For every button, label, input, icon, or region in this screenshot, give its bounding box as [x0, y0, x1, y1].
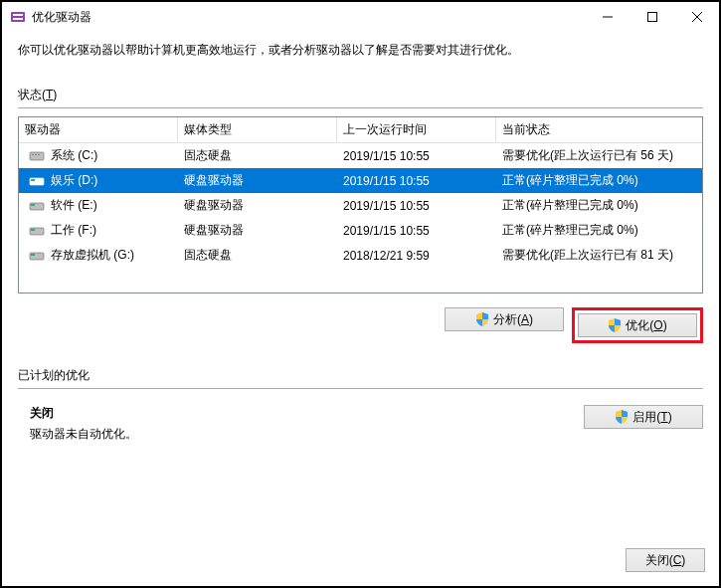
svg-rect-9 [35, 154, 37, 155]
drive-lastrun: 2019/1/15 10:55 [337, 197, 496, 215]
drive-icon [29, 174, 45, 188]
table-header: 驱动器 媒体类型 上一次运行时间 当前状态 [19, 117, 702, 143]
scheduled-label: 已计划的优化 [18, 367, 703, 384]
analyze-button[interactable]: 分析(A) [445, 307, 564, 331]
table-row[interactable]: 工作 (F:)硬盘驱动器2019/1/15 10:55正常(碎片整理已完成 0%… [19, 218, 702, 243]
svg-rect-2 [13, 18, 23, 20]
svg-rect-0 [11, 12, 25, 22]
close-button[interactable] [674, 2, 719, 32]
enable-button[interactable]: 启用(T) [584, 405, 703, 429]
drive-lastrun: 2018/12/21 9:59 [337, 247, 496, 265]
column-header-lastrun[interactable]: 上一次运行时间 [337, 117, 496, 142]
status-label: 状态(T) [18, 87, 703, 103]
maximize-button[interactable] [630, 2, 674, 32]
optimize-highlight: 优化(O) [572, 307, 703, 343]
scheduled-status-desc: 驱动器未自动优化。 [30, 426, 584, 443]
optimize-button[interactable]: 优化(O) [578, 313, 697, 337]
shield-icon [475, 312, 489, 326]
scheduled-status-title: 关闭 [30, 405, 584, 422]
table-row[interactable]: 存放虚拟机 (G:)固态硬盘2018/12/21 9:59需要优化(距上次运行已… [19, 243, 702, 268]
drive-icon [29, 199, 45, 213]
app-icon [10, 9, 26, 25]
drive-lastrun: 2019/1/15 10:55 [337, 172, 496, 190]
titlebar: 优化驱动器 [2, 2, 719, 32]
drive-name: 系统 (C:) [51, 147, 97, 164]
drive-name: 娱乐 (D:) [51, 172, 97, 189]
description-text: 你可以优化驱动器以帮助计算机更高效地运行，或者分析驱动器以了解是否需要对其进行优… [18, 42, 703, 59]
window-controls [585, 2, 719, 32]
table-row[interactable]: 系统 (C:)固态硬盘2019/1/15 10:55需要优化(距上次运行已有 5… [19, 143, 702, 168]
drive-lastrun: 2019/1/15 10:55 [337, 222, 496, 240]
drive-status: 需要优化(距上次运行已有 81 天) [496, 245, 702, 266]
column-header-drive[interactable]: 驱动器 [19, 117, 178, 142]
drive-icon [29, 149, 45, 163]
svg-rect-14 [31, 204, 35, 206]
drive-status: 正常(碎片整理已完成 0%) [496, 170, 702, 191]
drive-media: 硬盘驱动器 [178, 220, 337, 241]
svg-rect-7 [30, 152, 44, 160]
drive-media: 硬盘驱动器 [178, 195, 337, 216]
enable-label: 启用(T) [632, 409, 671, 426]
drive-name: 工作 (F:) [51, 222, 96, 239]
drive-rows: 系统 (C:)固态硬盘2019/1/15 10:55需要优化(距上次运行已有 5… [19, 143, 702, 293]
drive-media: 固态硬盘 [178, 245, 337, 266]
svg-rect-8 [32, 154, 34, 155]
drive-lastrun: 2019/1/15 10:55 [337, 147, 496, 165]
svg-rect-12 [31, 179, 35, 181]
drive-status: 需要优化(距上次运行已有 56 天) [496, 145, 702, 166]
drive-status: 正常(碎片整理已完成 0%) [496, 220, 702, 241]
svg-rect-10 [38, 154, 40, 155]
drive-icon [29, 224, 45, 238]
drive-status: 正常(碎片整理已完成 0%) [496, 195, 702, 216]
table-row[interactable]: 软件 (E:)硬盘驱动器2019/1/15 10:55正常(碎片整理已完成 0%… [19, 193, 702, 218]
column-header-status[interactable]: 当前状态 [496, 117, 702, 142]
minimize-button[interactable] [585, 2, 630, 32]
window-title: 优化驱动器 [32, 9, 585, 26]
divider [18, 107, 703, 108]
svg-rect-4 [647, 13, 656, 22]
close-label: 关闭(C) [645, 552, 686, 569]
shield-icon [615, 410, 629, 424]
analyze-label: 分析(A) [493, 311, 533, 328]
drive-icon [29, 249, 45, 263]
drive-name: 软件 (E:) [51, 197, 97, 214]
optimize-label: 优化(O) [626, 317, 666, 334]
drive-name: 存放虚拟机 (G:) [51, 247, 134, 264]
svg-rect-18 [31, 254, 35, 256]
column-header-media[interactable]: 媒体类型 [178, 117, 337, 142]
svg-rect-16 [31, 229, 35, 231]
table-row[interactable]: 娱乐 (D:)硬盘驱动器2019/1/15 10:55正常(碎片整理已完成 0%… [19, 168, 702, 193]
drive-media: 固态硬盘 [178, 145, 337, 166]
drive-table: 驱动器 媒体类型 上一次运行时间 当前状态 系统 (C:)固态硬盘2019/1/… [18, 116, 703, 294]
divider [18, 388, 703, 389]
shield-icon [608, 318, 622, 332]
drive-media: 硬盘驱动器 [178, 170, 337, 191]
close-dialog-button[interactable]: 关闭(C) [626, 548, 705, 572]
svg-rect-1 [13, 14, 23, 16]
